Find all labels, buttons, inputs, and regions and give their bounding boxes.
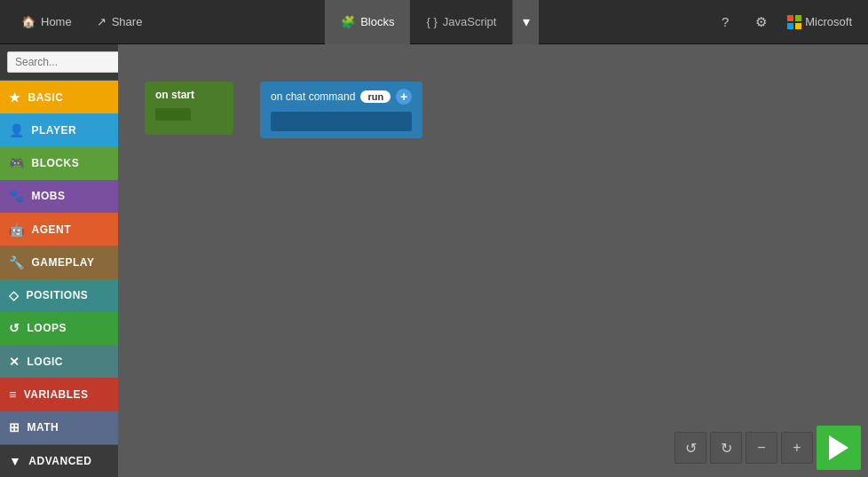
on-chat-label: on chat command	[271, 90, 355, 103]
help-icon: ?	[722, 14, 729, 29]
logic-icon: ✕	[9, 355, 20, 369]
zoom-out-button[interactable]: −	[746, 432, 777, 464]
home-button[interactable]: 🏠 Home	[9, 0, 84, 44]
topbar-right: ? ⚙ Microsoft	[700, 6, 868, 38]
agent-icon: 🤖	[9, 223, 25, 237]
main: 🔍 ★ BASIC 👤 PLAYER 🎮 BLOCKS 🐾 MOBS 🤖 AGE…	[0, 44, 868, 477]
run-triangle-icon	[829, 435, 848, 460]
mobs-label: MOBS	[32, 190, 66, 202]
topbar-left: 🏠 Home ↗ Share	[0, 0, 163, 44]
block-body	[271, 112, 412, 131]
microsoft-label: Microsoft	[805, 15, 852, 28]
sidebar-item-gameplay[interactable]: 🔧 GAMEPLAY	[0, 246, 118, 278]
workspace: on start on chat command run + ↺ ↻ −	[118, 44, 868, 477]
topbar: 🏠 Home ↗ Share 🧩 Blocks { } JavaScript ▾…	[0, 0, 868, 44]
block-on-chat-header: on chat command run +	[271, 89, 412, 105]
gameplay-icon: 🔧	[9, 255, 25, 270]
tab-group: 🧩 Blocks { } JavaScript ▾	[325, 0, 539, 44]
sidebar-item-mobs[interactable]: 🐾 MOBS	[0, 180, 118, 213]
block-on-start[interactable]: on start	[145, 82, 233, 135]
blocks-tab-icon: 🧩	[341, 15, 355, 28]
math-label: MATH	[28, 421, 59, 434]
blocks-label: BLOCKS	[32, 157, 80, 169]
home-label: Home	[41, 15, 72, 28]
variables-label: VARIABLES	[24, 388, 89, 401]
sidebar-item-math[interactable]: ⊞ MATH	[0, 411, 118, 444]
sidebar-item-blocks[interactable]: 🎮 BLOCKS	[0, 147, 118, 180]
tab-blocks[interactable]: 🧩 Blocks	[325, 0, 410, 44]
sidebar: 🔍 ★ BASIC 👤 PLAYER 🎮 BLOCKS 🐾 MOBS 🤖 AGE…	[0, 44, 118, 477]
ms-grid-icon	[787, 15, 801, 29]
on-start-label: on start	[155, 89, 223, 101]
sidebar-item-player[interactable]: 👤 PLAYER	[0, 113, 118, 146]
topbar-center: 🧩 Blocks { } JavaScript ▾	[163, 0, 700, 44]
positions-label: POSITIONS	[27, 289, 89, 301]
blocks-icon: 🎮	[9, 156, 25, 170]
undo-button[interactable]: ↺	[675, 432, 706, 464]
blocks-tab-label: Blocks	[360, 15, 394, 28]
block-connector	[155, 108, 191, 121]
variables-icon: ≡	[9, 387, 17, 402]
sidebar-item-basic[interactable]: ★ BASIC	[0, 81, 118, 113]
microsoft-logo[interactable]: Microsoft	[780, 15, 859, 29]
share-button[interactable]: ↗ Share	[84, 0, 155, 44]
settings-button[interactable]: ⚙	[745, 6, 777, 38]
search-box: 🔍	[0, 44, 118, 81]
mobs-icon: 🐾	[9, 189, 25, 203]
gameplay-label: GAMEPLAY	[32, 256, 95, 269]
sidebar-item-advanced[interactable]: ▼ ADVANCED	[0, 444, 118, 477]
sidebar-item-logic[interactable]: ✕ LOGIC	[0, 345, 118, 378]
positions-icon: ◇	[9, 288, 20, 302]
advanced-label: ADVANCED	[28, 455, 91, 467]
sidebar-item-loops[interactable]: ↺ LOOPS	[0, 312, 118, 345]
basic-label: BASIC	[28, 91, 64, 104]
zoom-in-icon: +	[793, 440, 801, 456]
undo-icon: ↺	[685, 440, 697, 457]
zoom-out-icon: −	[757, 440, 765, 456]
loops-label: LOOPS	[28, 322, 67, 334]
run-button[interactable]	[817, 426, 861, 470]
help-button[interactable]: ?	[709, 6, 741, 38]
tab-dropdown[interactable]: ▾	[512, 0, 539, 44]
js-tab-icon: { }	[426, 15, 437, 28]
redo-icon: ↻	[721, 440, 732, 457]
bottom-toolbar: ↺ ↻ − +	[675, 426, 861, 470]
advanced-icon: ▼	[9, 454, 21, 468]
home-icon: 🏠	[21, 15, 36, 28]
js-tab-label: JavaScript	[443, 15, 497, 28]
redo-button[interactable]: ↻	[710, 432, 742, 464]
tab-javascript[interactable]: { } JavaScript	[410, 0, 512, 44]
math-icon: ⊞	[9, 420, 20, 434]
logic-label: LOGIC	[28, 356, 64, 368]
player-icon: 👤	[9, 123, 25, 137]
sidebar-item-positions[interactable]: ◇ POSITIONS	[0, 279, 118, 312]
sidebar-item-agent[interactable]: 🤖 AGENT	[0, 213, 118, 246]
sidebar-item-variables[interactable]: ≡ VARIABLES	[0, 378, 118, 411]
block-on-chat[interactable]: on chat command run +	[260, 82, 422, 138]
loops-icon: ↺	[9, 321, 20, 335]
player-label: PLAYER	[32, 124, 77, 137]
basic-icon: ★	[9, 90, 21, 105]
agent-label: AGENT	[32, 223, 72, 236]
chevron-down-icon: ▾	[523, 13, 530, 30]
zoom-in-button[interactable]: +	[781, 432, 813, 464]
share-icon: ↗	[97, 15, 107, 28]
share-label: Share	[112, 15, 143, 28]
add-command-button[interactable]: +	[396, 89, 412, 105]
run-badge: run	[360, 90, 391, 103]
search-input[interactable]	[7, 51, 118, 73]
gear-icon: ⚙	[755, 14, 767, 30]
